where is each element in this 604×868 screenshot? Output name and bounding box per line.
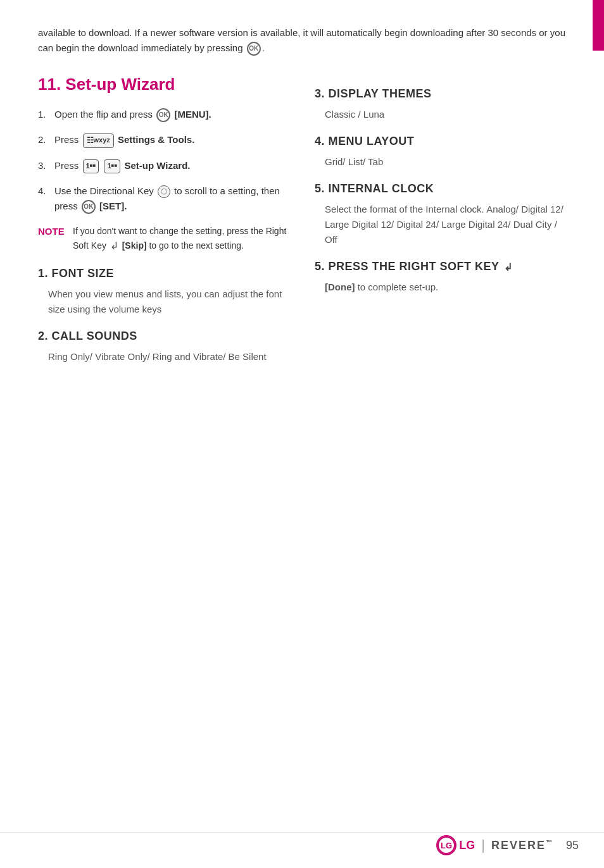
softkey-icon-done: ↲ — [504, 261, 513, 273]
step-3: 3. Press 1■■ 1■■ Set-up Wizard. — [38, 158, 289, 173]
skip-label: [Skip] — [122, 240, 147, 251]
subsection-internal-clock-title: 5. INTERNAL CLOCK — [315, 182, 566, 195]
subsection-internal-clock-body: Select the format of the Internal clock.… — [315, 202, 566, 247]
subsection-font-size: 1. FONT SIZE When you view menus and lis… — [38, 267, 289, 317]
step-2: 2. Press ☷wxyz Settings & Tools. — [38, 132, 289, 148]
ok-icon-step1: OK — [156, 108, 170, 122]
subsection-display-themes-body: Classic / Luna — [315, 107, 566, 122]
content-columns: 11. Set-up Wizard 1. Open the flip and p… — [38, 75, 566, 376]
subsection-press-right-softkey-title: 5. Press the Right Soft Key ↲ — [315, 260, 566, 273]
directional-key-icon: ◯ — [158, 185, 170, 198]
right-column: 3. DISPLAY THEMES Classic / Luna 4. MENU… — [315, 75, 566, 376]
step-2-number: 2. — [38, 132, 51, 147]
ok-icon-step4: OK — [82, 200, 96, 214]
intro-paragraph: available to download. If a newer softwa… — [38, 25, 566, 56]
grid-key-icon-1: 1■■ — [83, 159, 99, 173]
subsection-font-size-body: When you view menus and lists, you can a… — [38, 287, 289, 317]
note-label: NOTE — [38, 224, 66, 254]
subsection-press-right-softkey: 5. Press the Right Soft Key ↲ [Done] to … — [315, 260, 566, 295]
ok-icon-intro: OK — [247, 42, 261, 56]
page-number: 95 — [566, 839, 579, 852]
subsection-menu-layout: 4. MENU LAYOUT Grid/ List/ Tab — [315, 135, 566, 170]
step-1: 1. Open the flip and press OK [MENU]. — [38, 107, 289, 122]
footer-divider — [0, 833, 604, 833]
steps-list: 1. Open the flip and press OK [MENU]. 2.… — [38, 107, 289, 214]
subsection-call-sounds-body: Ring Only/ Vibrate Only/ Ring and Vibrat… — [38, 349, 289, 364]
subsection-internal-clock: 5. INTERNAL CLOCK Select the format of t… — [315, 182, 566, 247]
subsection-call-sounds: 2. CALL SOUNDS Ring Only/ Vibrate Only/ … — [38, 330, 289, 364]
step-3-content: Press 1■■ 1■■ Set-up Wizard. — [54, 158, 289, 173]
svg-text:LG: LG — [441, 841, 452, 850]
subsection-display-themes-title: 3. DISPLAY THEMES — [315, 87, 566, 101]
intro-text: available to download. If a newer softwa… — [38, 27, 565, 53]
note-block: NOTE If you don't want to change the set… — [38, 224, 289, 254]
subsection-press-right-softkey-body: [Done] to complete set-up. — [315, 280, 566, 295]
step-1-number: 1. — [38, 107, 51, 122]
softkey-icon-note: ↲ — [110, 238, 118, 254]
trademark-symbol: ™ — [546, 839, 553, 846]
brand-name: REVERE™ — [491, 839, 553, 852]
step-4-label: [SET]. — [99, 201, 127, 211]
step-1-label: [MENU]. — [174, 109, 211, 120]
subsection-call-sounds-title: 2. CALL SOUNDS — [38, 330, 289, 343]
settings-key-icon: ☷wxyz — [83, 133, 114, 148]
footer-pipe: | — [481, 837, 485, 853]
subsection-menu-layout-body: Grid/ List/ Tab — [315, 154, 566, 170]
step-3-number: 3. — [38, 158, 51, 173]
step-2-label: Settings & Tools. — [118, 134, 194, 145]
page-tab — [593, 0, 604, 51]
step-2-content: Press ☷wxyz Settings & Tools. — [54, 132, 289, 148]
step-4-content: Use the Directional Key ◯ to scroll to a… — [54, 183, 289, 214]
step-3-label: Set-up Wizard. — [124, 160, 190, 171]
subsection-menu-layout-title: 4. MENU LAYOUT — [315, 135, 566, 148]
step-1-content: Open the flip and press OK [MENU]. — [54, 107, 289, 122]
note-content: If you don't want to change the setting,… — [73, 224, 289, 254]
step-4-number: 4. — [38, 183, 51, 199]
lg-logo-circle: LG — [436, 835, 456, 855]
grid-key-icon-2: 1■■ — [104, 159, 120, 173]
step-4: 4. Use the Directional Key ◯ to scroll t… — [38, 183, 289, 214]
page-container: available to download. If a newer softwa… — [0, 0, 604, 868]
left-column: 11. Set-up Wizard 1. Open the flip and p… — [38, 75, 289, 376]
footer: LG LG | REVERE™ 95 — [436, 835, 579, 855]
lg-text: LG — [459, 839, 475, 852]
lg-logo: LG LG — [436, 835, 475, 855]
section-title: 11. Set-up Wizard — [38, 75, 289, 94]
subsection-display-themes: 3. DISPLAY THEMES Classic / Luna — [315, 87, 566, 122]
subsection-font-size-title: 1. FONT SIZE — [38, 267, 289, 280]
